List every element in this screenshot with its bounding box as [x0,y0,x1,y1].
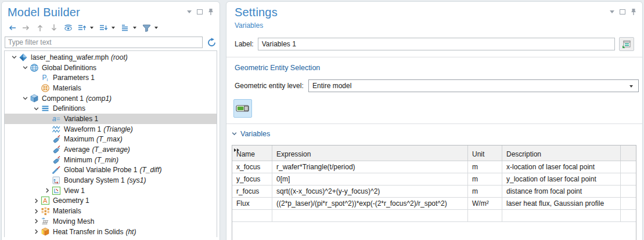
chevron-right-icon[interactable] [31,206,41,216]
svg-text:P: P [42,74,47,82]
cell-expression[interactable]: 0[m] [272,173,468,186]
tree-item-boundary-system-1[interactable]: Boundary System 1(sys1) [5,175,217,186]
chevron-down-icon[interactable] [9,53,19,62]
cell-name[interactable]: r_focus [232,186,272,198]
cell-spare [621,161,636,173]
tree-item-moving-mesh[interactable]: Moving Mesh [5,216,217,227]
filter-funnel-icon[interactable] [141,22,152,34]
active-toggle-button[interactable] [233,99,252,118]
tree-item-global-variable-probe-1[interactable]: Global Variable Probe 1(T_diff) [5,165,217,176]
cell-name[interactable]: x_focus [232,161,272,173]
expand-list-icon[interactable] [76,22,88,34]
tree-item-variables-1[interactable]: a= Variables 1 [5,114,217,124]
model-builder-title: Model Builder [8,6,80,19]
divider [226,57,642,57]
cell-description[interactable] [502,210,621,222]
cell-unit[interactable]: m [468,186,502,198]
pin-icon[interactable] [631,9,636,15]
column-header-expression[interactable]: Expression [272,146,468,161]
settings-subtitle: Variables [226,20,642,30]
cell-unit[interactable]: m [468,173,502,186]
section-geometric-entity-selection: Geometric Entity Selection [235,64,634,72]
settings-header: Settings [226,2,642,20]
cell-expression[interactable] [272,210,468,222]
chevron-right-icon[interactable] [31,196,41,205]
tree-item-waveform-1[interactable]: Waveform 1(Triangle) [5,124,217,134]
geometric-entity-level-select[interactable]: Entire model [308,79,639,92]
chevron-down-icon[interactable] [20,94,30,103]
collapse-list-caret-icon[interactable] [111,27,115,29]
label-input[interactable] [258,38,615,50]
variables-table[interactable]: Name Expression Unit Description x_focus… [232,145,636,240]
cell-expression[interactable]: r_wafer*Triangle(t/period) [272,161,468,173]
model-builder-panel: Model Builder [1,1,220,240]
chevron-right-icon[interactable] [31,227,41,237]
chevron-right-icon[interactable] [42,186,52,195]
materials-grid-icon [41,206,50,216]
tree-item-component-1[interactable]: Component 1(comp1) [5,93,217,104]
show-eye-icon[interactable] [62,22,74,34]
cell-description[interactable]: y_location of laser focal point [502,173,621,186]
move-up-arrow-icon[interactable] [34,22,46,34]
pin-icon[interactable] [208,9,214,15]
probe-needle-icon [52,165,61,174]
column-header-unit[interactable]: Unit [468,146,502,161]
tree-item-root[interactable]: laser_heating_wafer.mph(root) [5,52,217,63]
column-header-description[interactable]: Description [502,146,621,161]
column-header-name[interactable]: Name [232,146,272,161]
chevron-down-icon[interactable] [232,130,237,138]
node-text-list-icon[interactable] [119,22,131,34]
tree-item-maximum[interactable]: Maximum(T_max) [5,134,217,145]
cell-spare [621,198,636,210]
tree-item-heat-transfer-in-solids[interactable]: Heat Transfer in Solids(ht) [5,227,217,237]
chevron-down-icon[interactable] [20,63,30,72]
filter-input[interactable] [5,37,203,48]
refresh-icon[interactable] [206,37,217,48]
tree-item-view-1[interactable]: View 1 [5,186,217,196]
back-arrow-icon[interactable] [6,22,18,34]
tree-item-definitions[interactable]: Definitions [5,103,217,114]
float-window-icon[interactable] [620,9,625,15]
tree-item-materials-component[interactable]: Materials [5,206,217,216]
node-text-caret-icon[interactable] [133,27,136,29]
create-node-button[interactable] [619,37,634,51]
float-window-icon[interactable] [197,9,203,15]
cell-unit[interactable] [468,210,502,222]
probe-icon [52,145,61,154]
tree-item-global-definitions[interactable]: Global Definitions [5,63,217,73]
cell-name[interactable]: Flux [232,198,272,210]
view-icon [52,186,61,195]
filter-caret-icon[interactable] [154,27,158,29]
materials-globe-icon [41,83,50,93]
cell-expression[interactable]: sqrt((x-x_focus)^2+(y-y_focus)^2) [272,186,468,198]
collapse-list-icon[interactable] [98,22,109,34]
probe-icon [52,155,61,165]
cell-description[interactable]: distance from focal point [502,186,621,198]
tree-item-average[interactable]: Average(T_average) [5,144,217,155]
tree-item-geometry-1[interactable]: A Geometry 1 [5,196,217,206]
geometry-icon: A [41,196,50,205]
chevron-down-icon[interactable] [31,104,41,113]
panel-menu-caret-icon[interactable] [187,9,192,15]
forward-arrow-icon[interactable] [20,22,32,34]
table-empty-area[interactable] [232,222,636,240]
cell-name[interactable]: y_focus [232,173,272,186]
tree-item-materials-global[interactable]: Materials [5,83,217,93]
expand-list-caret-icon[interactable] [90,27,93,29]
cell-description[interactable]: laser heat flux, Gaussian profile [502,198,621,210]
cell-unit[interactable]: W/m² [468,198,502,210]
move-down-arrow-icon[interactable] [48,22,60,34]
tree-item-parameters-1[interactable]: Pi Parameters 1 [5,72,217,83]
panel-menu-caret-icon[interactable] [610,9,614,15]
section-variables[interactable]: Variables [232,130,634,138]
model-tree: laser_heating_wafer.mph(root) Global Def… [4,50,217,237]
tree-item-minimum[interactable]: Minimum(T_min) [5,155,217,165]
cell-name[interactable] [232,210,272,222]
chevron-right-icon[interactable] [31,217,41,226]
cell-spare [621,210,636,222]
app-root: Model Builder [0,0,644,240]
cell-description[interactable]: x-location of laser focal point [502,161,621,173]
cell-unit[interactable]: m [468,161,502,173]
cell-expression[interactable]: ((2*p_laser)/(pi*r_spot^2))*exp(-(2*r_fo… [272,198,468,210]
svg-text:i: i [47,77,48,82]
